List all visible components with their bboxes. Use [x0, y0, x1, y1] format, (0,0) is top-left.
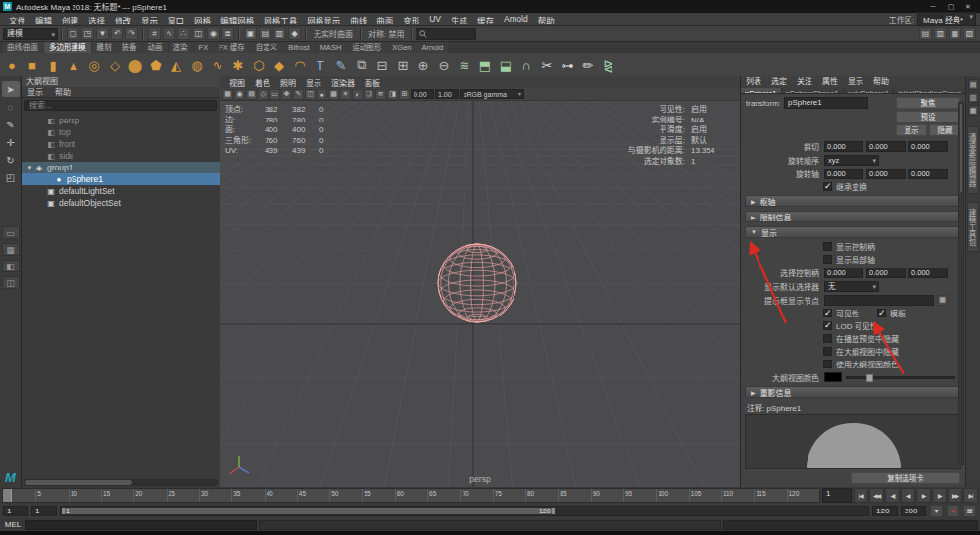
target-weld-icon[interactable]: ⊶ [558, 55, 577, 74]
frame-tick[interactable]: 55 [362, 489, 394, 502]
menu-item[interactable]: 曲面 [371, 14, 398, 25]
time-slider-track[interactable]: 1510152025303540455055606570758085909510… [2, 488, 820, 503]
menu-item[interactable]: 选择 [83, 14, 110, 25]
shelf-tab[interactable]: XGen [387, 42, 416, 53]
shelf-tab[interactable]: 多边形建模 [44, 42, 91, 53]
viewport-menu-item[interactable]: 着色 [250, 77, 275, 88]
frame-tick[interactable]: 95 [623, 489, 656, 502]
exposure-field[interactable]: 0.00 [411, 89, 434, 99]
smooth-icon[interactable]: ≋ [455, 55, 474, 74]
playback-end-field[interactable]: 120 [872, 506, 898, 516]
playback-start-field[interactable]: 1 [31, 506, 57, 516]
outliner-item[interactable]: ● pSphere1 [22, 173, 220, 185]
inherit-transform-checkbox[interactable] [823, 182, 832, 191]
poly-plane-icon[interactable]: ◇ [105, 55, 124, 74]
quad-draw-icon[interactable]: ✏ [578, 55, 598, 74]
undo-icon[interactable]: ↶ [111, 27, 123, 40]
attribute-editor-scrollbar[interactable] [958, 102, 964, 465]
range-slider-track[interactable]: 1 120 [60, 506, 869, 516]
combine-icon[interactable]: ⊕ [414, 55, 433, 74]
selection-handle-z-field[interactable]: 0.000 [908, 268, 948, 278]
channel-box-toggle-icon[interactable]: ▦ [949, 27, 961, 40]
hide-on-playblast-checkbox[interactable] [823, 334, 832, 343]
frame-tick[interactable]: 70 [460, 489, 492, 502]
frame-tick[interactable]: 85 [558, 489, 590, 502]
outliner-horizontal-scrollbar[interactable] [24, 479, 218, 486]
scale-tool[interactable]: ◰ [2, 170, 20, 185]
rotate-axis-z-field[interactable]: 0.000 [908, 169, 948, 179]
render-settings-icon[interactable]: ◆ [288, 27, 301, 40]
outliner-menu-item[interactable]: 帮助 [49, 87, 76, 97]
viewport-panel[interactable]: 视图着色照明显示渲染器面板 ▦◉▤◇▭✥✎◫●▩☀◐❏≋◨⊞ 0.00 1.00… [220, 76, 740, 487]
multi-cut-icon[interactable]: ✂ [537, 55, 557, 74]
rotate-tool[interactable]: ↻ [2, 152, 20, 168]
open-render-view-icon[interactable]: ▣ [244, 27, 257, 40]
minimize-button[interactable]: ─ [924, 1, 942, 12]
menu-item[interactable]: 网格显示 [302, 14, 345, 25]
svg-tool-icon[interactable]: ✎ [331, 55, 351, 74]
go-to-range-start-button[interactable]: |◀ [854, 488, 868, 503]
outliner-search-input[interactable]: 搜索... [24, 100, 217, 111]
display-section-header[interactable]: 显示 [745, 226, 961, 238]
lod-visibility-checkbox[interactable] [823, 321, 832, 330]
xray-icon[interactable]: ⊞ [399, 89, 410, 100]
frame-tick[interactable]: 115 [754, 489, 786, 502]
frame-tick[interactable]: 45 [297, 489, 329, 502]
viewport-menu-item[interactable]: 照明 [275, 77, 301, 88]
bookmark-icon[interactable]: ◇ [258, 89, 269, 100]
menu-item[interactable]: UV [424, 14, 446, 25]
snap-to-curve-icon[interactable]: ∿ [163, 27, 175, 40]
frame-tick[interactable]: 15 [101, 489, 133, 502]
tooltip-node-field[interactable] [824, 295, 934, 306]
menu-item[interactable]: 帮助 [533, 14, 560, 25]
frame-tick[interactable]: 10 [69, 489, 101, 502]
select-camera-icon[interactable]: ▦ [222, 89, 233, 100]
shelf-tab[interactable]: Bifrost [283, 42, 314, 53]
wireframe-mode-icon[interactable]: ◫ [305, 89, 316, 100]
save-scene-icon[interactable]: ▼ [96, 27, 109, 40]
2d-pan-zoom-icon[interactable]: ✥ [281, 89, 292, 100]
attribute-editor-toggle-icon[interactable]: ▤ [919, 27, 932, 40]
poly-helix-icon[interactable]: ∿ [208, 55, 227, 74]
notes-field[interactable] [745, 414, 961, 469]
frame-tick[interactable]: 35 [231, 489, 264, 502]
rotate-axis-x-field[interactable]: 0.000 [824, 169, 863, 179]
play-forward-button[interactable]: ▶ [916, 488, 931, 503]
shadows-icon[interactable]: ◐ [352, 89, 363, 100]
lock-camera-icon[interactable]: ◉ [234, 89, 245, 100]
poly-torus-icon[interactable]: ◎ [84, 55, 104, 74]
frame-tick[interactable]: 65 [427, 489, 460, 502]
modeling-toolkit-toggle-icon[interactable]: ▧ [963, 27, 976, 40]
display-handle-checkbox[interactable] [823, 242, 832, 251]
ghosting-section-header[interactable]: 重影信息 [745, 386, 961, 398]
single-pane-layout[interactable]: ▭ [2, 226, 20, 239]
poly-sphere-icon[interactable]: ● [2, 55, 22, 74]
bevel-icon[interactable]: ⬓ [496, 55, 515, 74]
menu-item[interactable]: 创建 [57, 14, 83, 25]
node-tab[interactable]: polySphere1 [844, 88, 894, 93]
menu-item[interactable]: 编辑网格 [216, 14, 259, 25]
motion-blur-icon[interactable]: ≋ [375, 89, 386, 100]
boolean-intersection-icon[interactable]: ⊞ [393, 55, 413, 74]
poly-cone-icon[interactable]: ▲ [64, 55, 83, 74]
menu-item[interactable]: 显示 [136, 14, 163, 25]
bridge-icon[interactable]: ∩ [516, 55, 536, 74]
boolean-union-icon[interactable]: ⧉ [352, 55, 371, 74]
step-back-key-button[interactable]: ◀| [885, 488, 900, 503]
current-frame-marker[interactable] [3, 489, 12, 502]
sculpt-surface-icon[interactable]: ◠ [290, 55, 310, 74]
viewport-menu-item[interactable]: 面板 [360, 77, 385, 88]
shelf-tab[interactable]: Arnold [416, 42, 448, 53]
hide-in-outliner-checkbox[interactable] [823, 347, 832, 356]
shaded-mode-icon[interactable]: ● [317, 89, 327, 100]
expand-arrow-icon[interactable]: ▼ [25, 165, 34, 170]
attribute-editor-tab-icon[interactable]: ▥ [968, 92, 979, 103]
redo-icon[interactable]: ↷ [125, 27, 138, 40]
attribute-editor-menu-item[interactable]: 选定 [766, 76, 792, 88]
isolate-select-icon[interactable]: ◨ [387, 89, 398, 100]
grease-pencil-icon[interactable]: ✎ [293, 89, 304, 100]
outliner-item[interactable]: ▣ defaultLightSet [22, 185, 220, 197]
outliner-item[interactable]: ◧ persp [22, 115, 220, 126]
outliner-item[interactable]: ◧ side [22, 150, 220, 162]
step-back-frame-button[interactable]: ◀◀ [869, 488, 884, 503]
